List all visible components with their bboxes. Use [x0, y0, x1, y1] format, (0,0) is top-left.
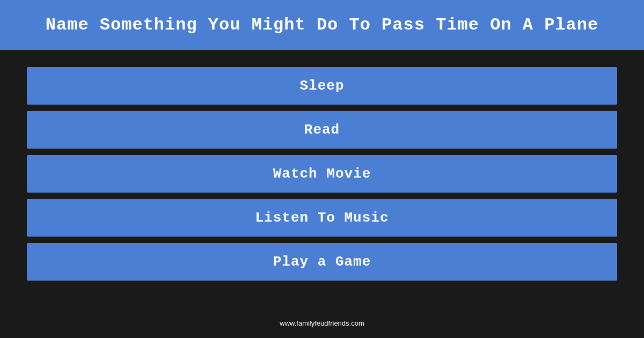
footer-url: www.familyfeudfriends.com — [280, 319, 364, 327]
answer-button-play-game[interactable]: Play a Game — [27, 243, 617, 281]
footer: www.familyfeudfriends.com — [0, 319, 644, 328]
answer-button-listen-music[interactable]: Listen To Music — [27, 199, 617, 237]
answer-button-read[interactable]: Read — [27, 111, 617, 149]
question-title: Name Something You Might Do To Pass Time… — [21, 15, 623, 35]
answers-container: Sleep Read Watch Movie Listen To Music P… — [0, 56, 644, 291]
answer-button-watch-movie[interactable]: Watch Movie — [27, 155, 617, 193]
answer-button-sleep[interactable]: Sleep — [27, 67, 617, 105]
header-section: Name Something You Might Do To Pass Time… — [0, 0, 644, 52]
